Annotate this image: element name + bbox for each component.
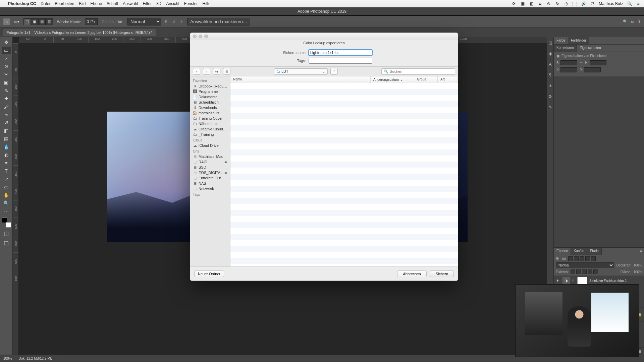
lock-icon-5[interactable] [593,269,598,274]
filter-icon-5[interactable] [591,256,596,261]
lasso-tool-icon[interactable]: ⟋ [2,55,11,62]
eraser-tool-icon[interactable]: ◧ [2,127,11,134]
cancel-button[interactable]: Abbrechen [397,270,426,277]
collapsed-icon-1[interactable]: ◫ [548,41,552,45]
prop-y-input[interactable] [584,67,601,72]
type-tool-icon[interactable]: T [2,167,11,175]
sidebar-item[interactable]: 🗀_Training [190,132,230,137]
menu-app[interactable]: Photoshop CC [8,1,36,6]
column-kind[interactable]: Art [438,76,458,83]
pen-tool-icon[interactable]: ✒ [2,159,11,167]
sidebar-item[interactable]: ☁iCloud Drive [190,143,230,148]
share-icon[interactable]: ⇪ [638,19,641,24]
menu-bild[interactable]: Bild [79,1,86,6]
filename-input[interactable] [309,50,372,56]
dodge-tool-icon[interactable]: ◐ [2,151,11,159]
collapsed-icon-3[interactable]: A [549,62,551,67]
new-folder-button[interactable]: Neuer Ordner [194,270,224,277]
view-mode-button[interactable]: ≡▾ [213,68,220,75]
minimize-light-icon[interactable] [199,35,202,38]
dialog-titlebar[interactable] [190,33,458,40]
tool-preset-icon[interactable]: ▭▾ [14,19,19,24]
filter-search-icon[interactable]: 🔍 [556,257,560,261]
status-arrow-icon[interactable]: › [59,357,60,360]
menu-ansicht[interactable]: Ansicht [166,1,179,6]
sidebar-item[interactable]: ⊟Entfernte CD/… [190,175,230,181]
collapsed-icon-4[interactable]: ¶ [549,73,551,77]
search-tool-icon[interactable]: 🔍 [623,19,628,24]
tab-ebenen[interactable]: Ebenen [554,248,571,255]
crop-tool-icon[interactable]: ✂ [2,71,11,78]
tab-eigenschaften[interactable]: Eigenschaften [577,45,604,52]
menu-bearbeiten[interactable]: Bearbeiten [55,1,74,6]
screen-mode-icon[interactable]: ▢ [2,239,10,246]
document-tab[interactable]: Fotografie 1x1 – Videokurs Fotografieren… [3,29,156,36]
gradient-tool-icon[interactable]: ▤ [2,135,11,142]
sidebar-item[interactable]: ⊟Matthiass iMac [190,154,230,159]
sidebar-item[interactable]: ⊟RAID⏏ [190,159,230,165]
layer-mask[interactable] [577,277,587,285]
menubar-user[interactable]: Matthias Butz [599,1,623,6]
eyedropper-tool-icon[interactable]: ✎ [2,87,11,94]
eject-icon[interactable]: ⏏ [224,171,227,174]
zoom-tool-icon[interactable]: 🔍 [2,199,11,207]
status-icon-cc[interactable]: ⊚ [546,1,551,6]
collapse-button[interactable]: ⌃ [330,68,338,75]
sidebar-item[interactable]: ⊟NAS [190,181,230,186]
blend-mode-select[interactable]: Normal [556,262,614,268]
lock-icon-2[interactable] [576,269,581,274]
path-tool-icon[interactable]: ↗ [2,175,11,183]
zoom-level[interactable]: 100% [3,357,12,360]
menu-ebene[interactable]: Ebene [90,1,102,6]
tab-korrekturen[interactable]: Korrekturen [554,45,577,52]
save-button[interactable]: Sichern [430,270,454,277]
opacity-value[interactable]: 100% [633,263,642,267]
search-field[interactable]: 🔍 Suchen [381,68,455,75]
filter-icon-3[interactable] [580,256,584,261]
search-icon[interactable]: 🔍 [627,1,632,6]
stamp-tool-icon[interactable]: ⎄ [2,111,11,118]
clock-icon[interactable]: ⏱ [590,1,595,6]
selection-subtract-icon[interactable]: ▤ [38,18,46,25]
heal-tool-icon[interactable]: ✚ [2,95,11,102]
group-button[interactable]: ⊞ [223,68,230,75]
panel-menu-icon[interactable]: ≡ [638,248,644,255]
zoom-light-icon[interactable] [204,35,208,38]
art-select[interactable]: Normal [127,18,161,25]
frame-tool-icon[interactable]: ▣ [2,79,11,86]
column-name[interactable]: Name [230,76,371,83]
collapsed-icon-6[interactable]: ⚙ [548,94,552,99]
sidebar-item[interactable]: 🗀Näherlebnis [190,121,230,126]
doc-info[interactable]: Dok: 12,2 MB/12,2 MB [19,357,53,360]
quick-select-tool-icon[interactable]: ⊙ [2,63,11,70]
menu-hilfe[interactable]: Hilfe [203,1,211,6]
back-button[interactable]: ‹ [193,68,200,75]
sidebar-item[interactable]: ⊟Netzwerk [190,186,230,191]
collapsed-icon-5[interactable]: ✶ [549,83,552,88]
menu-auswahl[interactable]: Auswahl [123,1,138,6]
status-icon-3[interactable]: ◧ [529,1,534,6]
forward-button[interactable]: › [203,68,210,75]
home-icon[interactable]: ⌂ [3,18,10,25]
menu-datei[interactable]: Datei [41,1,50,6]
file-rows[interactable] [230,83,458,266]
menu-schrift[interactable]: Schrift [107,1,118,6]
blur-tool-icon[interactable]: 💧 [2,143,11,150]
selection-add-icon[interactable]: ▣ [31,18,38,25]
filter-icon-1[interactable] [568,256,573,261]
visibility-icon[interactable]: 👁 [556,279,560,283]
volume-icon[interactable]: 🔊 [581,1,586,6]
sidebar-item[interactable]: 📄Dokumente [190,94,230,100]
folder-select[interactable]: 🗀 LUT ⌄ [274,68,328,75]
sidebar-item[interactable]: ⬇Dropbox (RedL… [190,83,230,89]
tab-pfade[interactable]: Pfade [587,248,602,255]
wifi-icon[interactable]: ⋮⋮ [573,1,577,6]
sidebar-item[interactable]: ⊟EOS_DIGITAL⏏ [190,170,230,175]
prop-h-input[interactable] [590,60,606,65]
workspace-icon[interactable]: ▭ [631,19,634,24]
lock-icon-1[interactable] [571,269,575,274]
feather-input[interactable] [85,18,98,25]
status-icon-drop[interactable]: ⬙ [538,1,542,6]
link-dimensions-icon[interactable]: ∞ [580,60,582,65]
sidebar-item[interactable]: 🅰Programme [190,89,230,94]
